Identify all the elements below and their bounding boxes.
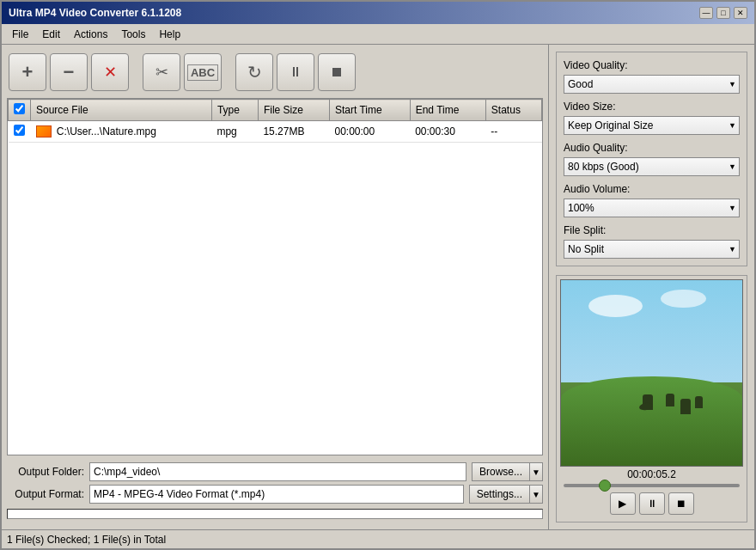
bottom-controls: Output Folder: Browse... ▼ Output Format… [7,459,543,524]
preview-section: 00:00:05.2 ▶ ⏸ ⏹ [556,275,747,522]
file-split-group: File Split: No Split By Size By Time [564,224,740,259]
pause-button[interactable]: ⏸ [277,53,314,91]
video-size-label: Video Size: [564,101,740,113]
output-folder-input[interactable] [89,462,466,481]
video-quality-group: Video Quality: Good Best Normal Low [564,59,740,94]
row-checkbox[interactable] [14,125,25,136]
settings-btn-group: Settings... ▼ [469,485,543,504]
stop-playback-button[interactable]: ⏹ [668,492,694,515]
select-all-checkbox[interactable] [14,103,25,114]
abc-icon: ABC [187,64,218,81]
row-source-text: C:\User...\Nature.mpg [57,125,156,138]
pause-icon: ⏸ [289,64,302,80]
audio-quality-select[interactable]: 80 kbps (Good) 128 kbps (Best) 64 kbps (… [564,157,740,176]
file-table-container: Source File Type File Size Start Time En… [7,98,543,455]
window-title: Ultra MP4 Video Converter 6.1.1208 [9,7,181,19]
preview-image [561,280,742,466]
add-icon: + [22,61,34,83]
convert-icon: ↻ [247,62,262,82]
play-button[interactable]: ▶ [610,492,636,515]
preview-slider[interactable] [564,484,740,487]
progress-bar-container [7,509,543,519]
video-quality-label: Video Quality: [564,59,740,71]
output-format-label: Output Format: [7,488,84,500]
settings-section: Video Quality: Good Best Normal Low Vide… [556,52,747,266]
col-header-end: End Time [410,100,485,121]
menu-actions[interactable]: Actions [67,27,114,42]
audio-quality-label: Audio Quality: [564,142,740,154]
stop-button[interactable]: ⏹ [318,53,356,91]
preview-time: 00:00:05.2 [560,467,743,482]
slider-thumb [599,480,611,492]
x-icon: ✕ [104,63,117,82]
video-quality-select[interactable]: Good Best Normal Low [564,75,740,94]
row-size: 15.27MB [258,121,329,143]
minus-icon: − [64,61,75,83]
col-header-size: File Size [258,100,329,121]
row-type: mpg [211,121,258,143]
video-size-group: Video Size: Keep Original Size 320x240 6… [564,101,740,135]
maximize-button[interactable]: □ [716,7,730,19]
left-panel: + − ✕ ✂ ABC ↻ [2,45,548,529]
menu-file[interactable]: File [5,27,35,42]
col-header-status: Status [485,100,541,121]
audio-volume-select[interactable]: 100% 50% 75% 125% 150% [564,199,740,217]
file-table: Source File Type File Size Start Time En… [8,99,542,143]
toolbar: + − ✕ ✂ ABC ↻ [7,50,543,95]
audio-volume-label: Audio Volume: [564,183,740,195]
col-header-source: Source File [31,100,212,121]
audio-quality-select-wrapper: 80 kbps (Good) 128 kbps (Best) 64 kbps (… [564,157,740,176]
window-controls: — □ ✕ [699,7,747,19]
settings-dropdown[interactable]: ▼ [529,485,543,504]
rename-button[interactable]: ABC [184,53,222,91]
file-split-label: File Split: [564,224,740,236]
menu-bar: File Edit Actions Tools Help [2,24,754,45]
audio-quality-group: Audio Quality: 80 kbps (Good) 128 kbps (… [564,142,740,176]
table-row[interactable]: C:\User...\Nature.mpg mpg 15.27MB 00:00:… [9,121,542,143]
scissors-icon: ✂ [155,63,168,82]
col-header-start: Start Time [330,100,411,121]
audio-volume-select-wrapper: 100% 50% 75% 125% 150% [564,199,740,217]
close-button[interactable]: ✕ [734,7,747,19]
minimize-button[interactable]: — [699,7,713,19]
row-source: C:\User...\Nature.mpg [31,121,212,143]
preview-slider-container [560,482,743,489]
output-format-input[interactable] [89,485,464,504]
menu-help[interactable]: Help [152,27,187,42]
status-bar: 1 File(s) Checked; 1 File(s) in Total [2,529,754,548]
settings-button[interactable]: Settings... [469,485,529,504]
row-checkbox-cell [9,121,31,143]
cancel-button[interactable]: ✕ [91,53,129,91]
row-status: -- [485,121,541,143]
pause-playback-button[interactable]: ⏸ [639,492,665,515]
video-quality-select-wrapper: Good Best Normal Low [564,75,740,94]
col-header-check [9,100,31,121]
row-start: 00:00:00 [330,121,411,143]
video-size-select[interactable]: Keep Original Size 320x240 640x480 1280x… [564,116,740,135]
browse-folder-dropdown[interactable]: ▼ [529,462,543,481]
browse-folder-btn-group: Browse... ▼ [472,462,543,481]
file-split-select[interactable]: No Split By Size By Time [564,240,740,259]
add-file-button[interactable]: + [9,53,46,91]
main-window: Ultra MP4 Video Converter 6.1.1208 — □ ✕… [0,0,756,550]
output-format-row: Output Format: Settings... ▼ [7,485,543,504]
right-panel: Video Quality: Good Best Normal Low Vide… [548,45,754,529]
video-size-select-wrapper: Keep Original Size 320x240 640x480 1280x… [564,116,740,135]
remove-file-button[interactable]: − [50,53,88,91]
file-icon [36,125,52,138]
output-folder-label: Output Folder: [7,466,84,478]
audio-volume-group: Audio Volume: 100% 50% 75% 125% 150% [564,183,740,217]
row-end: 00:00:30 [410,121,485,143]
playback-controls: ▶ ⏸ ⏹ [560,489,743,518]
preview-area [560,279,743,467]
menu-tools[interactable]: Tools [114,27,152,42]
title-bar: Ultra MP4 Video Converter 6.1.1208 — □ ✕ [2,2,754,24]
cut-button[interactable]: ✂ [143,53,180,91]
output-folder-row: Output Folder: Browse... ▼ [7,462,543,481]
stop-icon: ⏹ [330,64,344,80]
convert-button[interactable]: ↻ [235,53,273,91]
content-area: + − ✕ ✂ ABC ↻ [2,45,754,529]
status-text: 1 File(s) Checked; 1 File(s) in Total [7,534,166,546]
browse-folder-button[interactable]: Browse... [472,462,529,481]
menu-edit[interactable]: Edit [35,27,67,42]
